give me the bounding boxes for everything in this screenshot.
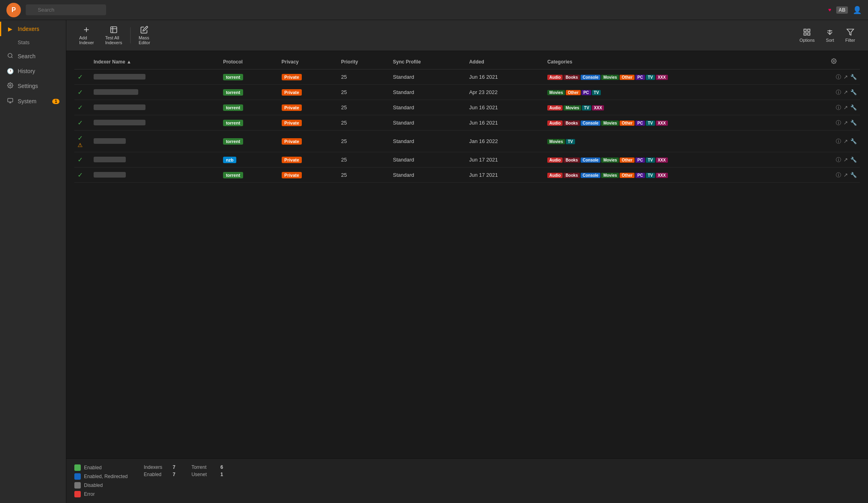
legend-redirected: Enabled, Redirected bbox=[74, 473, 128, 480]
edit-button[interactable]: 🔧 bbox=[850, 157, 857, 163]
test-icon bbox=[110, 26, 118, 34]
edit-button[interactable]: 🔧 bbox=[850, 104, 857, 110]
ab-icon: AB bbox=[836, 6, 848, 14]
check-icon: ✓ bbox=[78, 74, 83, 80]
external-link-button[interactable]: ↗ bbox=[843, 89, 848, 95]
external-link-button[interactable]: ↗ bbox=[843, 172, 848, 178]
add-indexer-button[interactable]: AddIndexer bbox=[74, 23, 99, 47]
info-button[interactable]: ⓘ bbox=[836, 74, 841, 81]
external-link-button[interactable]: ↗ bbox=[843, 120, 848, 126]
stat-usenet: Usenet 1 bbox=[191, 472, 223, 477]
indexer-name-blurred: ████████████ bbox=[94, 89, 138, 95]
edit-button[interactable]: 🔧 bbox=[850, 74, 857, 80]
sidebar-item-system[interactable]: System 1 bbox=[0, 94, 66, 109]
edit-button[interactable]: 🔧 bbox=[850, 89, 857, 95]
footer: Enabled Enabled, Redirected Disabled Err… bbox=[66, 458, 868, 503]
priority-cell: 25 bbox=[338, 100, 390, 115]
external-link-button[interactable]: ↗ bbox=[843, 104, 848, 110]
app-logo[interactable]: P bbox=[6, 3, 21, 17]
col-privacy: Privacy bbox=[278, 54, 338, 70]
row-actions: ⓘ ↗ 🔧 bbox=[831, 74, 857, 81]
external-link-button[interactable]: ↗ bbox=[843, 138, 848, 144]
indexer-name-blurred: ████████ bbox=[94, 138, 126, 144]
category-badge: Audio bbox=[547, 173, 563, 178]
category-badge: TV bbox=[592, 90, 601, 95]
options-button[interactable]: Options bbox=[794, 26, 819, 45]
category-badge: Movies bbox=[563, 105, 581, 110]
topbar-right: ♥ AB 👤 bbox=[828, 6, 862, 14]
legend: Enabled Enabled, Redirected Disabled Err… bbox=[74, 464, 128, 497]
settings-icon bbox=[6, 82, 14, 90]
status-cell: ✓ bbox=[74, 115, 90, 131]
col-status bbox=[74, 54, 90, 70]
category-badge: Movies bbox=[547, 90, 565, 95]
info-button[interactable]: ⓘ bbox=[836, 172, 841, 179]
check-icon: ✓ bbox=[78, 104, 83, 111]
actions-cell: ⓘ ↗ 🔧 bbox=[828, 85, 860, 100]
edit-button[interactable]: 🔧 bbox=[850, 172, 857, 178]
priority-cell: 25 bbox=[338, 131, 390, 152]
filter-button[interactable]: Filter bbox=[841, 26, 860, 45]
priority-cell: 25 bbox=[338, 70, 390, 85]
sync-profile-cell: Standard bbox=[390, 168, 466, 183]
sort-button[interactable]: Sort bbox=[821, 26, 839, 45]
sidebar-item-search[interactable]: Search bbox=[0, 49, 66, 64]
privacy-badge: Private bbox=[282, 104, 302, 111]
legend-dot-enabled bbox=[74, 464, 81, 471]
row-actions: ⓘ ↗ 🔧 bbox=[831, 89, 857, 96]
status-cell: ✓ bbox=[74, 152, 90, 168]
stat-enabled: Enabled 7 bbox=[144, 472, 176, 477]
col-added: Added bbox=[466, 54, 544, 70]
privacy-cell: Private bbox=[278, 131, 338, 152]
actions-cell: ⓘ ↗ 🔧 bbox=[828, 168, 860, 183]
user-icon[interactable]: 👤 bbox=[853, 6, 862, 14]
test-all-indexers-button[interactable]: Test AllIndexers bbox=[100, 23, 127, 47]
edit-button[interactable]: 🔧 bbox=[850, 138, 857, 144]
status-cell: ✓ bbox=[74, 100, 90, 115]
check-icon: ✓ bbox=[78, 119, 83, 126]
search-input[interactable] bbox=[26, 4, 106, 15]
check-icon: ✓ bbox=[78, 156, 83, 163]
category-badge: Books bbox=[563, 75, 580, 80]
external-link-button[interactable]: ↗ bbox=[843, 74, 848, 80]
indexers-table: Indexer Name ▲ Protocol Privacy Priority… bbox=[74, 54, 860, 183]
table-row: ✓██████████████torrentPrivate25StandardJ… bbox=[74, 115, 860, 131]
indexer-name-cell: ██████ bbox=[90, 168, 220, 183]
protocol-badge: torrent bbox=[223, 138, 243, 145]
col-sync-profile: Sync Profile bbox=[390, 54, 466, 70]
sidebar-item-stats[interactable]: Stats bbox=[0, 36, 66, 49]
svg-point-4 bbox=[9, 85, 11, 86]
info-button[interactable]: ⓘ bbox=[836, 104, 841, 111]
external-link-button[interactable]: ↗ bbox=[843, 157, 848, 163]
info-button[interactable]: ⓘ bbox=[836, 138, 841, 145]
edit-button[interactable]: 🔧 bbox=[850, 120, 857, 126]
sidebar-item-indexers[interactable]: ▶ Indexers bbox=[0, 22, 66, 36]
indexer-name-blurred: ██████████████ bbox=[94, 120, 145, 125]
svg-rect-5 bbox=[8, 98, 13, 102]
actions-cell: ⓘ ↗ 🔧 bbox=[828, 115, 860, 131]
privacy-cell: Private bbox=[278, 85, 338, 100]
info-button[interactable]: ⓘ bbox=[836, 89, 841, 96]
sidebar-item-history[interactable]: 🕐 History bbox=[0, 64, 66, 78]
priority-cell: 25 bbox=[338, 152, 390, 168]
legend-dot-disabled bbox=[74, 482, 81, 489]
actions-cell: ⓘ ↗ 🔧 bbox=[828, 152, 860, 168]
sidebar-label-search: Search bbox=[18, 53, 35, 59]
privacy-badge: Private bbox=[282, 172, 302, 178]
added-cell: Jun 17 2021 bbox=[466, 168, 544, 183]
search-nav-icon bbox=[6, 53, 14, 60]
privacy-badge: Private bbox=[282, 74, 302, 80]
categories-cell: MoviesTV bbox=[544, 131, 828, 152]
info-button[interactable]: ⓘ bbox=[836, 156, 841, 164]
category-badge: TV bbox=[582, 105, 591, 110]
protocol-cell: torrent bbox=[220, 168, 278, 183]
col-indexer-name[interactable]: Indexer Name ▲ bbox=[90, 54, 220, 70]
protocol-badge: torrent bbox=[223, 74, 243, 80]
mass-editor-button[interactable]: MassEditor bbox=[134, 23, 155, 47]
info-button[interactable]: ⓘ bbox=[836, 119, 841, 127]
sidebar-item-settings[interactable]: Settings bbox=[0, 78, 66, 94]
category-badge: Movies bbox=[601, 157, 619, 163]
svg-point-17 bbox=[833, 60, 835, 62]
sync-profile-cell: Standard bbox=[390, 131, 466, 152]
indexers-table-area: Indexer Name ▲ Protocol Privacy Priority… bbox=[66, 51, 868, 458]
